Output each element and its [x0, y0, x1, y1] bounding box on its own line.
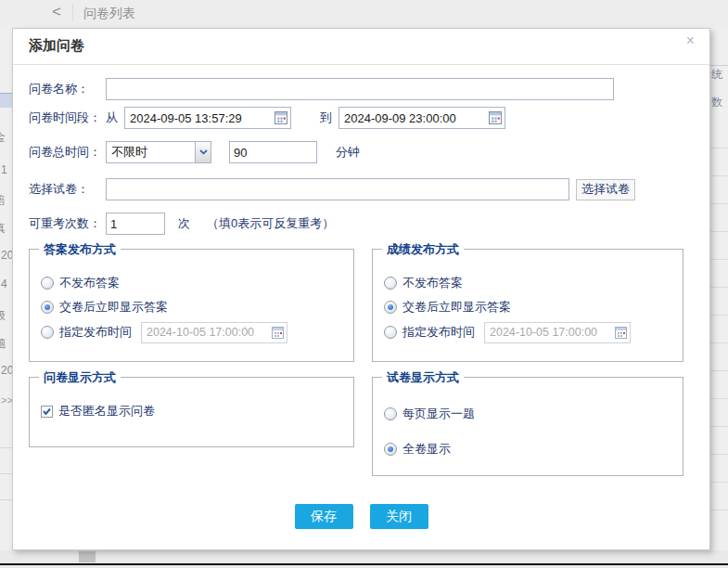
dialog-button-row: 保存 关闭 [13, 504, 709, 529]
checkbox-checked-icon[interactable] [41, 406, 53, 418]
background-table-lines [0, 422, 12, 524]
period-from-value: 2024-09-05 13:57:29 [130, 111, 242, 125]
select-paper-button[interactable]: 选择试卷 [576, 179, 635, 200]
questionnaire-display-group: 问卷显示方式 是否匿名显示问卷 [29, 377, 354, 447]
radio-icon[interactable] [384, 277, 397, 290]
background-bottom-strip [0, 550, 728, 568]
from-label: 从 [106, 110, 118, 126]
close-button[interactable]: 关闭 [370, 504, 428, 529]
background-text-fragment: 统 [711, 67, 728, 83]
total-time-label: 问卷总时间： [29, 144, 106, 161]
radio-option[interactable]: 交卷后立即显示答案 [41, 299, 168, 316]
answer-publish-date-value: 2024-10-05 17:00:00 [147, 326, 254, 339]
radio-label: 全卷显示 [402, 441, 451, 458]
score-publish-date-input[interactable]: 2024-10-05 17:00:00 [484, 322, 631, 343]
minutes-unit-label: 分钟 [336, 144, 360, 161]
questionnaire-name-input[interactable] [106, 78, 614, 100]
background-table-lines [710, 121, 728, 520]
field-row-total-time: 问卷总时间： 不限时 分钟 [29, 141, 360, 163]
paper-display-group-title: 试卷显示方式 [382, 369, 464, 386]
radio-option[interactable]: 不发布答案 [384, 275, 463, 291]
radio-icon[interactable] [384, 407, 397, 420]
period-to-input[interactable]: 2024-09-09 23:00:00 [338, 107, 505, 129]
close-icon[interactable]: × [686, 33, 695, 48]
score-publish-group-title: 成绩发布方式 [382, 241, 464, 258]
radio-icon[interactable] [41, 277, 54, 290]
background-table-line [710, 65, 728, 66]
time-limit-selected-value: 不限时 [111, 144, 147, 161]
radio-option[interactable]: 每页显示一题 [384, 406, 475, 422]
radio-label: 不发布答案 [402, 275, 463, 291]
paper-display-group: 试卷显示方式 每页显示一题 全卷显示 [372, 377, 683, 476]
paper-label: 选择试卷： [29, 181, 106, 198]
title-divider [13, 64, 709, 65]
bottom-border-line [0, 563, 728, 565]
background-text-fragment: 1 [1, 163, 7, 176]
field-row-paper: 选择试卷： 选择试卷 [29, 178, 635, 200]
minutes-input[interactable] [229, 141, 317, 163]
calendar-icon[interactable] [615, 327, 627, 339]
radio-option[interactable]: 指定发布时间 2024-10-05 17:00:00 [384, 324, 631, 341]
radio-label: 指定发布时间 [402, 324, 475, 341]
topbar: < 问卷列表 [0, 0, 728, 26]
dialog-title: 添加问卷 [29, 37, 84, 55]
field-row-name: 问卷名称： [29, 78, 614, 100]
radio-label: 指定发布时间 [59, 324, 132, 341]
radio-label: 交卷后立即显示答案 [59, 299, 168, 316]
save-button[interactable]: 保存 [295, 504, 353, 529]
horizontal-scrollbar-thumb[interactable] [79, 551, 96, 562]
score-publish-date-value: 2024-10-05 17:00:00 [490, 326, 597, 339]
checkbox-option[interactable]: 是否匿名显示问卷 [41, 403, 155, 420]
radio-option[interactable]: 指定发布时间 2024-10-05 17:00:00 [41, 324, 287, 341]
tab-questionnaire-list[interactable]: 问卷列表 [83, 6, 135, 22]
radio-option[interactable]: 不发布答案 [41, 275, 120, 291]
background-text-fragment: 级 [0, 308, 6, 324]
questionnaire-display-group-title: 问卷显示方式 [39, 369, 121, 386]
calendar-icon[interactable] [489, 111, 502, 124]
radio-checked-icon[interactable] [41, 301, 54, 314]
background-text-fragment: >> [1, 394, 13, 406]
chevron-down-icon[interactable] [195, 142, 211, 162]
topbar-divider [72, 4, 73, 21]
add-questionnaire-dialog: 添加问卷 × 问卷名称： 问卷时间段： 从 2024-09-05 13:57:2… [12, 28, 710, 550]
period-from-input[interactable]: 2024-09-05 13:57:29 [124, 107, 291, 129]
answer-publish-group-title: 答案发布方式 [39, 241, 121, 258]
radio-label: 不发布答案 [59, 275, 120, 291]
retake-count-input[interactable] [106, 213, 165, 235]
radio-option[interactable]: 全卷显示 [384, 441, 451, 458]
radio-checked-icon[interactable] [384, 443, 397, 456]
answer-publish-date-input[interactable]: 2024-10-05 17:00:00 [141, 322, 287, 343]
retake-unit-label: 次 [178, 215, 190, 232]
period-label: 问卷时间段： [29, 110, 106, 126]
answer-publish-group: 答案发布方式 不发布答案 交卷后立即显示答案 指定发布时间 2024-10-05… [29, 249, 354, 362]
background-row-highlight [0, 93, 12, 108]
period-to-value: 2024-09-09 23:00:00 [344, 111, 456, 125]
back-chevron-icon[interactable]: < [52, 3, 61, 21]
calendar-icon[interactable] [275, 111, 287, 124]
field-row-period: 问卷时间段： 从 2024-09-05 13:57:29 到 2024-09-0… [29, 107, 505, 129]
score-publish-group: 成绩发布方式 不发布答案 交卷后立即显示答案 指定发布时间 2024-10-05… [372, 249, 683, 362]
background-text-fragment: 题 [0, 336, 6, 352]
field-row-retake: 可重考次数： 次 （填0表示可反复重考） [29, 213, 334, 235]
radio-label: 每页显示一题 [402, 406, 475, 422]
radio-label: 交卷后立即显示答案 [402, 299, 511, 316]
time-limit-select[interactable]: 不限时 [106, 141, 211, 163]
screen: < 问卷列表 金 1 培 真 20 4 级 题 20 >> 统 数 添加问卷 ×… [0, 0, 728, 568]
background-text-fragment: 真 [0, 221, 6, 237]
radio-icon[interactable] [384, 326, 397, 339]
background-text-fragment: 金 [0, 130, 6, 146]
paper-input[interactable] [106, 178, 569, 200]
radio-icon[interactable] [41, 326, 54, 339]
retake-hint: （填0表示可反复重考） [207, 215, 334, 232]
name-label: 问卷名称： [29, 81, 106, 97]
background-text-fragment: 数 [711, 95, 728, 110]
checkbox-label: 是否匿名显示问卷 [58, 403, 155, 420]
calendar-icon[interactable] [272, 327, 284, 339]
background-text-fragment: 培 [0, 193, 6, 209]
radio-checked-icon[interactable] [384, 301, 397, 314]
radio-option[interactable]: 交卷后立即显示答案 [384, 299, 511, 316]
background-text-fragment: 4 [1, 278, 7, 290]
to-label: 到 [320, 110, 332, 126]
retake-label: 可重考次数： [29, 215, 106, 232]
